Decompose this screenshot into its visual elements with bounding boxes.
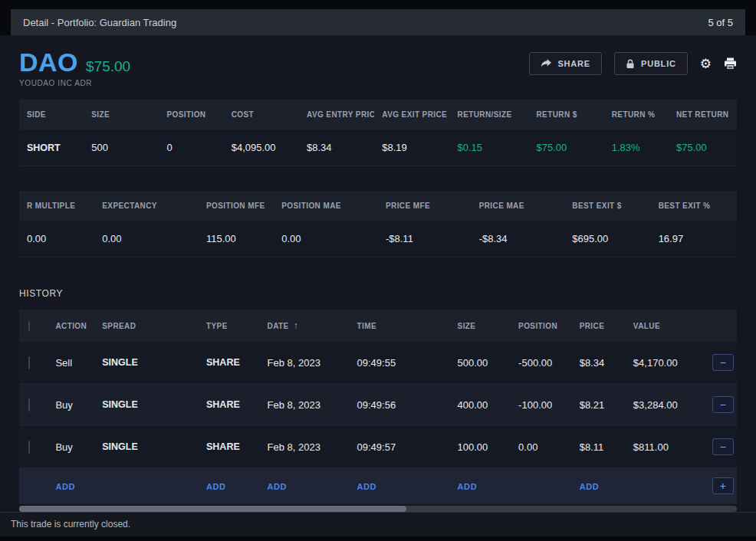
summary-table: SIDE SIZE POSITION COST AVG ENTRY PRICE … xyxy=(19,100,737,166)
add-action-link[interactable]: ADD xyxy=(55,482,75,491)
main-content: DAO $75.00 YOUDAO INC ADR SHARE xyxy=(0,35,756,536)
stats-value-row: 0.00 0.00 115.00 0.00 -$8.11 -$8.34 $695… xyxy=(19,221,737,257)
add-price-link[interactable]: ADD xyxy=(580,482,600,491)
history-time: 09:49:56 xyxy=(350,384,450,426)
history-spread: SINGLE xyxy=(94,426,199,468)
stats-header-price-mfe: PRICE MFE xyxy=(378,191,472,221)
share-icon xyxy=(541,59,551,68)
stats-header-expectancy: EXPECTANCY xyxy=(94,191,199,221)
stats-price-mfe: -$8.11 xyxy=(378,221,472,257)
bottom-margin xyxy=(0,536,756,541)
history-size: 400.00 xyxy=(450,384,511,426)
history-add-row: ADD ADD ADD ADD ADD ADD + xyxy=(19,468,737,504)
summary-value-row: SHORT 500 0 $4,095.00 $8.34 $8.19 $0.15 … xyxy=(19,130,737,166)
history-spread: SINGLE xyxy=(94,342,199,384)
stats-best-exit-pct: 16.97 xyxy=(651,221,737,257)
history-date: Feb 8, 2023 xyxy=(260,342,350,384)
history-type: SHARE xyxy=(199,384,260,426)
stats-price-mae: -$8.34 xyxy=(472,221,565,257)
history-header-position[interactable]: POSITION xyxy=(511,310,572,342)
stats-expectancy: 0.00 xyxy=(94,221,199,257)
history-row-1: Sell SINGLE SHARE Feb 8, 2023 09:49:55 5… xyxy=(19,342,737,384)
history-price: $8.21 xyxy=(572,384,626,426)
horizontal-scrollbar-track[interactable] xyxy=(19,506,737,512)
settings-gear-icon[interactable]: ⚙ xyxy=(700,56,712,72)
history-size: 500.00 xyxy=(450,342,511,384)
stats-header-position-mae: POSITION MAE xyxy=(274,191,378,221)
summary-header-return-pct: RETURN % xyxy=(604,100,669,130)
summary-header-size: SIZE xyxy=(84,100,159,130)
stats-best-exit-dollar: $695.00 xyxy=(564,221,650,257)
history-date: Feb 8, 2023 xyxy=(260,384,350,426)
sort-ascending-icon: ↑ xyxy=(294,320,298,331)
summary-avg-exit: $8.19 xyxy=(374,130,449,166)
history-date: Feb 8, 2023 xyxy=(260,426,350,468)
history-time: 09:49:57 xyxy=(350,426,450,468)
summary-header-return-size: RETURN/SIZE xyxy=(450,100,529,130)
remove-row-button[interactable]: − xyxy=(712,354,734,371)
history-type: SHARE xyxy=(199,342,260,384)
history-header-value[interactable]: VALUE xyxy=(626,310,705,342)
summary-header-side: SIDE xyxy=(19,100,84,130)
remove-row-button[interactable]: − xyxy=(712,396,734,413)
summary-size: 500 xyxy=(84,130,159,166)
summary-header-avg-exit: AVG EXIT PRICE xyxy=(374,100,449,130)
add-size-link[interactable]: ADD xyxy=(458,482,478,491)
add-time-link[interactable]: ADD xyxy=(357,482,377,491)
remove-row-button[interactable]: − xyxy=(712,438,734,455)
public-button[interactable]: PUBLIC xyxy=(614,52,688,75)
history-header-price[interactable]: PRICE xyxy=(572,310,626,342)
header-actions: SHARE PUBLIC ⚙ xyxy=(529,52,737,75)
history-position: 0.00 xyxy=(511,426,572,468)
history-header-date[interactable]: DATE↑ xyxy=(260,310,350,342)
history-position: -500.00 xyxy=(511,342,572,384)
summary-avg-entry: $8.34 xyxy=(299,130,374,166)
summary-header-net-return: NET RETURN xyxy=(669,100,737,130)
history-position: -100.00 xyxy=(511,384,572,426)
stats-header-best-exit-pct: BEST EXIT % xyxy=(651,191,737,221)
history-header-action[interactable]: ACTION xyxy=(48,310,94,342)
symbol-ticker: DAO xyxy=(19,48,78,77)
horizontal-scrollbar-thumb[interactable] xyxy=(19,506,406,512)
history-value: $3,284.00 xyxy=(626,384,705,426)
summary-header-cost: COST xyxy=(224,100,299,130)
trade-status-message: This trade is currently closed. xyxy=(0,512,756,536)
summary-cost: $4,095.00 xyxy=(224,130,299,166)
history-spread: SINGLE xyxy=(94,384,199,426)
history-time: 09:49:55 xyxy=(350,342,450,384)
lock-icon xyxy=(626,59,635,69)
summary-return-size: $0.15 xyxy=(450,130,529,166)
summary-net-return: $75.00 xyxy=(669,130,737,166)
summary-header-position: POSITION xyxy=(159,100,224,130)
share-button[interactable]: SHARE xyxy=(529,52,602,75)
add-date-link[interactable]: ADD xyxy=(268,482,288,491)
stats-table: R MULTIPLE EXPECTANCY POSITION MFE POSIT… xyxy=(19,191,737,257)
trade-detail-page: Detail - Portfolio: Guardian Trading 5 o… xyxy=(0,0,756,541)
select-all-checkbox[interactable] xyxy=(28,321,30,331)
breadcrumb: Detail - Portfolio: Guardian Trading xyxy=(23,17,176,28)
history-header-spread[interactable]: SPREAD xyxy=(94,310,199,342)
print-icon[interactable] xyxy=(724,57,737,70)
row-checkbox[interactable] xyxy=(28,441,30,454)
history-header-type[interactable]: TYPE xyxy=(199,310,260,342)
summary-header-row: SIDE SIZE POSITION COST AVG ENTRY PRICE … xyxy=(19,100,737,130)
add-row-button[interactable]: + xyxy=(712,477,734,494)
history-action: Buy xyxy=(48,384,94,426)
row-checkbox[interactable] xyxy=(28,356,30,369)
add-type-link[interactable]: ADD xyxy=(206,482,226,491)
history-value: $4,170.00 xyxy=(626,342,705,384)
history-header-size[interactable]: SIZE xyxy=(450,310,511,342)
stats-header-r-multiple: R MULTIPLE xyxy=(19,191,94,221)
summary-return-dollar: $75.00 xyxy=(528,130,603,166)
stats-header-position-mfe: POSITION MFE xyxy=(199,191,274,221)
history-action: Buy xyxy=(48,426,94,468)
title-row: DAO $75.00 YOUDAO INC ADR SHARE xyxy=(0,35,756,90)
stats-header-row: R MULTIPLE EXPECTANCY POSITION MFE POSIT… xyxy=(19,191,737,221)
history-section-title: HISTORY xyxy=(19,288,737,299)
stats-position-mae: 0.00 xyxy=(274,221,378,257)
history-price: $8.34 xyxy=(572,342,626,384)
summary-return-pct: 1.83% xyxy=(604,130,669,166)
row-checkbox[interactable] xyxy=(28,398,30,411)
stats-r-multiple: 0.00 xyxy=(19,221,94,257)
history-header-time[interactable]: TIME xyxy=(350,310,450,342)
